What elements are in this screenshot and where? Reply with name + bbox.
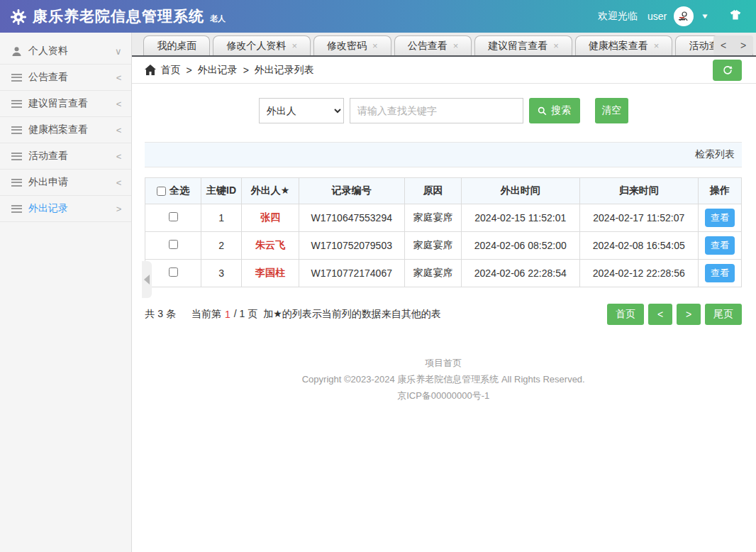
search-icon xyxy=(538,106,547,116)
user-menu-chevron-down-icon[interactable]: ▼ xyxy=(701,12,709,20)
sidebar-item-profile[interactable]: 个人资料 ∨ xyxy=(0,38,131,65)
sidebar-item-notice[interactable]: 公告查看 < xyxy=(0,65,131,91)
pagination: 共 3 条 当前第 1 / 1 页 加★的列表示当前列的数据来自其他的表 首页 … xyxy=(145,304,742,325)
tab-edit-profile[interactable]: 修改个人资料 × xyxy=(213,35,311,55)
tab-notice-view[interactable]: 公告查看 × xyxy=(394,35,472,55)
close-icon[interactable]: × xyxy=(654,40,660,51)
chevron-left-icon: < xyxy=(116,99,122,109)
search-field-select[interactable]: 外出人 xyxy=(259,98,344,123)
search-input[interactable] xyxy=(350,98,523,123)
home-icon xyxy=(145,65,156,75)
project-home-link[interactable]: 项目首页 xyxy=(425,358,462,368)
cell-reason: 家庭宴席 xyxy=(404,232,461,260)
tab-scroll-left-icon[interactable]: < xyxy=(721,40,726,51)
refresh-button[interactable] xyxy=(713,60,742,81)
app-brand: 康乐养老院信息管理系统 老人 xyxy=(10,6,226,26)
search-toolbar: 外出人 搜索 清空 xyxy=(145,98,742,123)
column-header-return-time: 归来时间 xyxy=(579,178,699,204)
breadcrumb-home[interactable]: 首页 xyxy=(160,64,180,77)
search-button[interactable]: 搜索 xyxy=(529,98,580,123)
clear-button[interactable]: 清空 xyxy=(595,98,628,123)
refresh-icon xyxy=(722,65,733,76)
select-all-checkbox[interactable] xyxy=(157,187,166,196)
prev-page-button[interactable]: < xyxy=(648,304,672,325)
breadcrumb-separator: > xyxy=(186,65,191,76)
column-header-record-no: 记录编号 xyxy=(299,178,404,204)
cell-return-time: 2024-02-12 22:28:56 xyxy=(579,260,699,287)
cell-person: 朱云飞 xyxy=(242,232,299,260)
cell-return-time: 2024-02-08 16:54:05 xyxy=(579,232,699,260)
list-header-title: 检索列表 xyxy=(695,148,735,161)
records-table: 全选 主键ID 外出人★ 记录编号 原因 外出时间 归来时间 操作 xyxy=(145,177,742,287)
tab-change-password[interactable]: 修改密码 × xyxy=(313,35,391,55)
chevron-left-icon: < xyxy=(116,125,122,136)
breadcrumb-level2[interactable]: 外出记录 xyxy=(198,64,238,77)
first-page-button[interactable]: 首页 xyxy=(607,304,644,325)
sidebar-item-activities[interactable]: 活动查看 < xyxy=(0,143,131,170)
cell-id: 2 xyxy=(201,232,242,260)
sidebar-item-outing-records[interactable]: 外出记录 > xyxy=(0,196,131,222)
cell-reason: 家庭宴席 xyxy=(404,204,461,232)
app-subtitle: 老人 xyxy=(210,13,226,26)
row-checkbox[interactable] xyxy=(169,267,178,277)
tab-label: 修改个人资料 xyxy=(226,40,286,53)
close-icon[interactable]: × xyxy=(553,40,559,51)
column-header-person: 外出人★ xyxy=(242,178,299,204)
row-checkbox[interactable] xyxy=(169,212,178,221)
list-header-bar: 检索列表 xyxy=(145,142,742,167)
cell-reason: 家庭宴席 xyxy=(404,260,461,287)
cell-record-no: W1710772174067 xyxy=(299,260,404,287)
sidebar-collapse-handle[interactable] xyxy=(142,261,152,298)
view-button[interactable]: 查看 xyxy=(705,264,735,282)
cell-out-time: 2024-02-15 11:52:01 xyxy=(462,204,579,232)
tab-label: 健康档案查看 xyxy=(589,40,648,53)
breadcrumb-separator: > xyxy=(243,65,249,76)
last-page-button[interactable]: 尾页 xyxy=(705,304,742,325)
sidebar-item-health-records[interactable]: 健康档案查看 < xyxy=(0,117,131,143)
tab-bar: 我的桌面 修改个人资料 × 修改密码 × 公告查看 × 建议留言查看 × 健康档… xyxy=(132,33,756,57)
collapse-left-arrow-icon xyxy=(144,275,150,285)
column-header-id: 主键ID xyxy=(201,178,242,204)
chevron-left-icon: < xyxy=(116,72,122,83)
close-icon[interactable]: × xyxy=(291,40,297,51)
view-button[interactable]: 查看 xyxy=(705,209,735,227)
sidebar-item-label: 外出记录 xyxy=(28,202,116,215)
total-count: 共 3 条 xyxy=(145,308,176,321)
view-button[interactable]: 查看 xyxy=(705,236,735,255)
avatar[interactable] xyxy=(674,6,694,26)
tab-label: 我的桌面 xyxy=(157,40,196,53)
app-title: 康乐养老院信息管理系统 xyxy=(33,6,204,26)
theme-shirt-icon[interactable] xyxy=(728,9,743,24)
cell-person: 李国柱 xyxy=(242,260,299,287)
tab-scroll-arrows: < > xyxy=(713,35,753,55)
chevron-left-icon: < xyxy=(116,151,122,162)
cell-id: 3 xyxy=(201,260,242,287)
tab-scroll-right-icon[interactable]: > xyxy=(740,40,746,51)
sidebar-item-suggestions[interactable]: 建议留言查看 < xyxy=(0,91,131,117)
cell-return-time: 2024-02-17 11:52:07 xyxy=(579,204,699,232)
tab-health-record-view[interactable]: 健康档案查看 × xyxy=(575,35,673,55)
sidebar-item-label: 健康档案查看 xyxy=(28,123,116,136)
sidebar-item-label: 个人资料 xyxy=(28,45,115,57)
sidebar: 个人资料 ∨ 公告查看 < 建议留言查看 < 健康档案查看 < 活动查看 < 外… xyxy=(0,33,132,552)
tab-label: 修改密码 xyxy=(327,40,367,53)
copyright-text: Copyright ©2023-2024 康乐养老院信息管理系统 All Rig… xyxy=(145,371,742,387)
user-icon xyxy=(11,46,22,57)
select-all-label: 全选 xyxy=(169,184,189,197)
table-row: 2 朱云飞 W1710752079503 家庭宴席 2024-02-06 08:… xyxy=(145,232,742,260)
cell-person: 张四 xyxy=(242,204,299,232)
current-page-prefix: 当前第 xyxy=(191,308,221,321)
close-icon[interactable]: × xyxy=(453,40,459,51)
tab-suggestion-view[interactable]: 建议留言查看 × xyxy=(474,35,572,55)
row-checkbox[interactable] xyxy=(169,240,178,249)
clear-button-label: 清空 xyxy=(601,104,621,117)
menu-icon xyxy=(11,153,22,160)
tab-label: 建议留言查看 xyxy=(488,40,547,53)
app-header: 康乐养老院信息管理系统 老人 欢迎光临 user ▼ xyxy=(0,0,756,33)
sidebar-item-outing-apply[interactable]: 外出申请 < xyxy=(0,170,131,196)
close-icon[interactable]: × xyxy=(372,40,378,51)
next-page-button[interactable]: > xyxy=(677,304,701,325)
tab-my-desktop[interactable]: 我的桌面 xyxy=(143,35,210,55)
gear-icon xyxy=(10,9,27,26)
sidebar-item-label: 外出申请 xyxy=(28,176,116,189)
